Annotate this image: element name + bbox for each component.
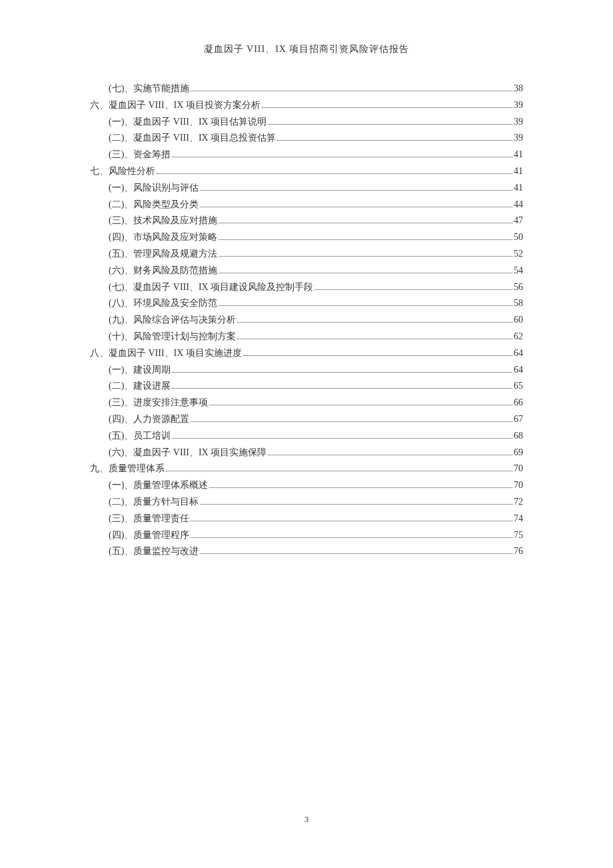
toc-entry: (八)、环境风险及安全防范58 [109,295,523,311]
toc-entry-label: 六、凝血因子 VIII、IX 项目投资方案分析 [90,97,261,113]
toc-entry-label: 九、质量管理体系 [90,461,165,477]
toc-entry: (一)、风险识别与评估41 [109,180,523,196]
toc-entry: (四)、人力资源配置67 [109,411,523,427]
toc-entry: 七、风险性分析41 [90,163,523,179]
toc-entry-page: 72 [514,494,523,510]
toc-entry-label: (一)、风险识别与评估 [109,180,199,196]
toc-entry: 八、凝血因子 VIII、IX 项目实施进度64 [90,345,523,361]
toc-leader-dots [262,107,512,108]
toc-leader-dots [219,305,512,306]
toc-entry-page: 69 [514,445,523,461]
table-of-contents: (七)、实施节能措施38六、凝血因子 VIII、IX 项目投资方案分析39(一)… [90,81,523,559]
toc-leader-dots [237,322,512,323]
toc-entry-label: (五)、员工培训 [109,428,171,444]
toc-entry-label: (九)、风险综合评估与决策分析 [109,312,236,328]
toc-leader-dots [277,140,512,141]
toc-entry-page: 67 [514,411,523,427]
toc-leader-dots [191,421,512,422]
toc-entry-page: 75 [514,527,523,543]
toc-entry-page: 52 [514,246,523,262]
page-header-title: 凝血因子 VIII、IX 项目招商引资风险评估报告 [90,43,523,55]
toc-entry: (一)、质量管理体系概述70 [109,477,523,493]
toc-entry-page: 70 [514,461,523,477]
toc-leader-dots [172,388,512,389]
toc-leader-dots [191,91,512,91]
toc-entry-label: (三)、技术风险及应对措施 [109,213,217,229]
toc-entry: (六)、凝血因子 VIII、IX 项目实施保障69 [109,445,523,461]
toc-entry: (二)、建设进展65 [109,378,523,394]
page-number: 3 [0,814,613,825]
toc-entry-page: 64 [514,362,523,378]
toc-entry: (四)、市场风险及应对策略50 [109,229,523,245]
toc-leader-dots [209,487,512,488]
toc-entry-label: (一)、建设周期 [109,362,171,378]
toc-leader-dots [200,190,512,191]
toc-entry-label: (一)、凝血因子 VIII、IX 项目估算说明 [109,114,267,130]
toc-entry-page: 76 [514,543,523,559]
toc-entry: (二)、质量方针与目标72 [109,494,523,510]
toc-entry-page: 44 [514,197,523,213]
toc-entry: (七)、凝血因子 VIII、IX 项目建设风险及控制手段56 [109,279,523,295]
toc-leader-dots [172,372,512,373]
toc-entry: (五)、质量监控与改进76 [109,543,523,559]
toc-entry-label: (二)、风险类型及分类 [109,197,199,213]
toc-leader-dots [219,239,512,240]
toc-entry-page: 74 [514,511,523,527]
toc-entry-page: 56 [514,279,523,295]
toc-entry: (三)、资金筹措41 [109,147,523,163]
toc-leader-dots [166,471,512,471]
toc-entry-page: 68 [514,428,523,444]
toc-leader-dots [219,256,512,257]
toc-leader-dots [237,339,512,339]
toc-entry: (三)、技术风险及应对措施47 [109,213,523,229]
toc-leader-dots [219,223,512,223]
toc-leader-dots [200,207,512,207]
toc-entry-page: 38 [514,81,523,97]
toc-entry: (五)、管理风险及规避方法52 [109,246,523,262]
toc-entry-label: 七、风险性分析 [90,163,155,179]
toc-entry-page: 39 [514,130,523,146]
toc-entry-label: (三)、质量管理责任 [109,511,189,527]
toc-entry-label: (五)、质量监控与改进 [109,543,199,559]
toc-entry: (三)、质量管理责任74 [109,511,523,527]
toc-leader-dots [314,289,512,290]
toc-entry: (四)、质量管理程序75 [109,527,523,543]
toc-entry-page: 41 [514,147,523,163]
toc-leader-dots [209,405,512,405]
toc-entry-page: 62 [514,329,523,345]
toc-entry-page: 39 [514,114,523,130]
toc-leader-dots [172,438,512,439]
toc-entry-label: (七)、实施节能措施 [109,81,189,97]
toc-leader-dots [172,157,512,157]
toc-entry-label: (八)、环境风险及安全防范 [109,295,217,311]
toc-leader-dots [243,355,512,356]
toc-entry-label: (二)、凝血因子 VIII、IX 项目总投资估算 [109,130,276,146]
toc-leader-dots [219,273,512,273]
toc-leader-dots [268,455,512,455]
toc-leader-dots [191,521,512,521]
toc-entry-page: 41 [514,180,523,196]
toc-entry: (二)、凝血因子 VIII、IX 项目总投资估算39 [109,130,523,146]
toc-entry-label: (七)、凝血因子 VIII、IX 项目建设风险及控制手段 [109,279,313,295]
toc-entry: (十)、风险管理计划与控制方案62 [109,329,523,345]
toc-entry-label: (二)、质量方针与目标 [109,494,199,510]
toc-entry-page: 64 [514,345,523,361]
toc-entry-page: 41 [514,163,523,179]
toc-entry-label: (四)、质量管理程序 [109,527,189,543]
toc-entry: (二)、风险类型及分类44 [109,197,523,213]
toc-entry-page: 50 [514,229,523,245]
toc-leader-dots [268,124,512,125]
toc-entry: (三)、进度安排注意事项66 [109,395,523,411]
toc-entry-label: (六)、凝血因子 VIII、IX 项目实施保障 [109,445,267,461]
toc-entry-label: (六)、财务风险及防范措施 [109,263,217,279]
toc-leader-dots [200,553,512,554]
toc-entry-label: (五)、管理风险及规避方法 [109,246,217,262]
toc-entry-page: 65 [514,378,523,394]
toc-entry: (一)、凝血因子 VIII、IX 项目估算说明39 [109,114,523,130]
toc-entry-label: (二)、建设进展 [109,378,171,394]
toc-leader-dots [191,537,512,538]
toc-entry-label: 八、凝血因子 VIII、IX 项目实施进度 [90,345,242,361]
toc-entry: (五)、员工培训68 [109,428,523,444]
toc-entry-label: (十)、风险管理计划与控制方案 [109,329,236,345]
toc-entry: (一)、建设周期64 [109,362,523,378]
